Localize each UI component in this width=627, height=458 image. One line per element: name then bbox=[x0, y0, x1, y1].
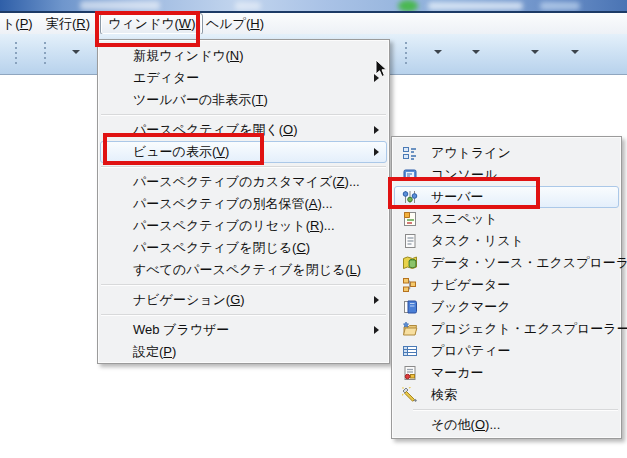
properties-icon bbox=[402, 343, 418, 359]
submenu-arrow-icon bbox=[374, 148, 379, 156]
toolbar-separator bbox=[405, 42, 407, 64]
search-icon bbox=[402, 387, 418, 403]
dropdown-arrow-icon[interactable] bbox=[531, 50, 539, 54]
menu-item-new-window[interactable]: 新規ウィンドウ(N) bbox=[100, 45, 387, 67]
view-item-other[interactable]: その他(O)... bbox=[394, 414, 619, 436]
titlebar-blur-blob bbox=[80, 1, 160, 10]
menu-item-editor[interactable]: エディター bbox=[100, 67, 387, 89]
view-item-properties[interactable]: プロパティー bbox=[394, 340, 619, 362]
menu-item-icon-cell bbox=[395, 277, 425, 293]
task-list-icon bbox=[402, 233, 418, 249]
menu-item-label: エディター bbox=[133, 69, 199, 87]
menu-item-icon-cell bbox=[395, 343, 425, 359]
menu-item-label: 検索 bbox=[431, 386, 457, 404]
menu-separator bbox=[101, 314, 386, 316]
bookmarks-icon bbox=[402, 299, 418, 315]
outline-icon bbox=[402, 145, 418, 161]
menu-item-label: プロパティー bbox=[431, 342, 511, 360]
menu-item-label: 新規ウィンドウ(N) bbox=[133, 47, 244, 65]
data-source-explorer-icon bbox=[402, 255, 418, 271]
menubar-item-help[interactable]: ヘルプ(H) bbox=[206, 15, 264, 32]
submenu-arrow-icon bbox=[374, 296, 379, 304]
project-explorer-icon bbox=[402, 321, 418, 337]
view-item-navigator[interactable]: ナビゲーター bbox=[394, 274, 619, 296]
snippets-icon bbox=[402, 211, 418, 227]
menu-item-label: ナビゲーター bbox=[431, 276, 510, 294]
titlebar-blur-blob bbox=[428, 2, 523, 10]
menu-item-hide-toolbar[interactable]: ツールバーの非表示(T) bbox=[100, 89, 387, 111]
menu-item-icon-cell bbox=[395, 211, 425, 227]
menu-item-label: 設定(P) bbox=[133, 343, 176, 361]
menubar-item-project[interactable]: ト(P) bbox=[2, 15, 33, 32]
title-bar bbox=[0, 0, 627, 11]
dropdown-arrow-icon[interactable] bbox=[472, 50, 480, 54]
menu-item-label: すべてのパースペクティブを閉じる(L) bbox=[133, 261, 361, 279]
menu-item-label: アウトライン bbox=[431, 144, 511, 162]
menu-item-label: ツールバーの非表示(T) bbox=[133, 91, 268, 109]
view-item-bookmarks[interactable]: ブックマーク bbox=[394, 296, 619, 318]
eclipse-window: ト(P) 実行(R) ウィンドウ(W) ヘルプ(H) 新規ウィンドウ(N)エディ… bbox=[0, 0, 627, 458]
menu-item-label: Web ブラウザー bbox=[133, 321, 229, 339]
view-item-search[interactable]: 検索 bbox=[394, 384, 619, 406]
menu-item-customize-perspective[interactable]: パースペクティブのカスタマイズ(Z)... bbox=[100, 171, 387, 193]
dropdown-arrow-icon[interactable] bbox=[434, 50, 442, 54]
menu-item-label: データ・ソース・エクスプローラー bbox=[431, 254, 627, 272]
titlebar-blur-blob bbox=[235, 2, 261, 10]
markers-icon bbox=[402, 365, 418, 381]
menu-item-navigation[interactable]: ナビゲーション(G) bbox=[100, 289, 387, 311]
submenu-arrow-icon bbox=[374, 126, 379, 134]
menu-item-icon-cell bbox=[395, 299, 425, 315]
titlebar-blur-blob bbox=[398, 0, 418, 11]
menu-item-close-all-perspectives[interactable]: すべてのパースペクティブを閉じる(L) bbox=[100, 259, 387, 281]
navigator-icon bbox=[402, 277, 418, 293]
menu-item-label: パースペクティブのカスタマイズ(Z)... bbox=[133, 173, 360, 191]
menu-separator bbox=[101, 166, 386, 168]
menu-item-icon-cell bbox=[395, 321, 425, 337]
menu-item-label: パースペクティブを閉じる(C) bbox=[133, 239, 310, 257]
dropdown-arrow-icon[interactable] bbox=[72, 50, 80, 54]
view-item-markers[interactable]: マーカー bbox=[394, 362, 619, 384]
titlebar-blur-blob bbox=[540, 2, 580, 10]
menu-item-icon-cell bbox=[395, 145, 425, 161]
menu-item-label: タスク・リスト bbox=[431, 232, 524, 250]
menu-item-label: スニペット bbox=[431, 210, 498, 228]
menu-separator bbox=[101, 114, 386, 116]
annotation-box-window-menu bbox=[95, 11, 200, 47]
menu-item-icon-cell bbox=[395, 365, 425, 381]
menu-item-label: マーカー bbox=[431, 364, 484, 382]
toolbar-separator bbox=[15, 42, 17, 64]
window-menu: 新規ウィンドウ(N)エディターツールバーの非表示(T)パースペクティブを開く(O… bbox=[97, 39, 390, 364]
menu-separator bbox=[101, 284, 386, 286]
view-item-data-source-explorer[interactable]: データ・ソース・エクスプローラー bbox=[394, 252, 619, 274]
view-item-outline[interactable]: アウトライン bbox=[394, 142, 619, 164]
menu-item-label: パースペクティブのリセット(R)... bbox=[133, 217, 335, 235]
menu-item-icon-cell bbox=[395, 387, 425, 403]
menu-item-label: パースペクティブの別名保管(A)... bbox=[133, 195, 333, 213]
menu-item-save-perspective-as[interactable]: パースペクティブの別名保管(A)... bbox=[100, 193, 387, 215]
menu-separator bbox=[413, 409, 618, 411]
menu-item-preferences[interactable]: 設定(P) bbox=[100, 341, 387, 363]
menu-item-label: ナビゲーション(G) bbox=[133, 291, 245, 309]
annotation-box-servers bbox=[388, 177, 540, 209]
menu-item-label: プロジェクト・エクスプローラー bbox=[431, 320, 627, 338]
menu-item-web-browser[interactable]: Web ブラウザー bbox=[100, 319, 387, 341]
menu-item-close-perspective[interactable]: パースペクティブを閉じる(C) bbox=[100, 237, 387, 259]
menu-item-icon-cell bbox=[395, 233, 425, 249]
dropdown-arrow-icon[interactable] bbox=[571, 50, 579, 54]
view-item-snippets[interactable]: スニペット bbox=[394, 208, 619, 230]
menu-item-icon-cell bbox=[395, 255, 425, 271]
menu-item-label: ブックマーク bbox=[431, 298, 511, 316]
menu-item-reset-perspective[interactable]: パースペクティブのリセット(R)... bbox=[100, 215, 387, 237]
menu-item-label: その他(O)... bbox=[431, 416, 500, 434]
view-item-task-list[interactable]: タスク・リスト bbox=[394, 230, 619, 252]
mouse-cursor bbox=[375, 59, 388, 82]
toolbar-separator bbox=[44, 42, 46, 64]
submenu-arrow-icon bbox=[374, 326, 379, 334]
annotation-box-show-view bbox=[103, 133, 264, 165]
view-item-project-explorer[interactable]: プロジェクト・エクスプローラー bbox=[394, 318, 619, 340]
menubar-item-run[interactable]: 実行(R) bbox=[46, 15, 90, 32]
